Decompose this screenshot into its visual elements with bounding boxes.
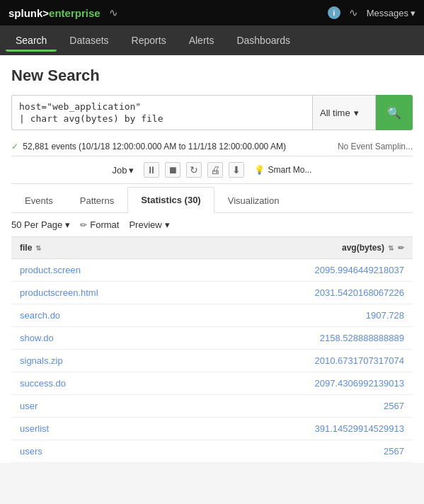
format-label: Format: [90, 219, 119, 230]
table-cell-file[interactable]: search.do: [11, 304, 201, 327]
job-controls: ⏸ ⏹ ↻ 🖨 ⬇: [144, 162, 244, 178]
table-row: userlist391.14529914529913: [11, 418, 413, 440]
table-cell-avg: 2567: [201, 395, 413, 418]
table-cell-file[interactable]: productscreen.html: [11, 282, 201, 304]
top-bar-right: i ∿ Messages ▾: [328, 6, 416, 19]
search-button[interactable]: 🔍: [376, 95, 413, 130]
col-avg-edit[interactable]: ✏: [398, 244, 404, 253]
table-row: product.screen2095.9946449218037: [11, 259, 413, 282]
refresh-button[interactable]: ↻: [186, 162, 202, 178]
table-cell-avg: 1907.728: [201, 304, 413, 327]
activity-icon-2[interactable]: ∿: [349, 6, 358, 19]
search-icon: 🔍: [387, 106, 401, 120]
tab-visualization[interactable]: Visualization: [214, 188, 293, 213]
print-button[interactable]: 🖨: [207, 162, 223, 178]
page-content: New Search host="web_application" | char…: [0, 55, 424, 463]
col-avg-bytes: avg(bytes) ⇅ ✏: [201, 237, 413, 259]
table-cell-avg: 391.14529914529913: [201, 418, 413, 440]
statistics-table: file ⇅ avg(bytes) ⇅ ✏ product.screen2095…: [11, 237, 413, 463]
time-range-caret: ▾: [354, 108, 359, 118]
per-page-button[interactable]: 50 Per Page ▾: [11, 219, 70, 230]
nav-search[interactable]: Search: [6, 29, 57, 52]
preview-button[interactable]: Preview ▾: [129, 219, 169, 230]
nav-reports[interactable]: Reports: [122, 29, 176, 52]
per-page-label: 50 Per Page: [11, 219, 62, 230]
page-title: New Search: [11, 67, 413, 85]
stop-button[interactable]: ⏹: [165, 162, 181, 178]
search-line1[interactable]: host="web_application": [19, 101, 305, 112]
table-row: success.do2097.4306992139013: [11, 372, 413, 395]
secondary-nav: Search Datasets Reports Alerts Dashboard…: [0, 25, 424, 55]
messages-caret: ▾: [411, 8, 416, 18]
nav-alerts[interactable]: Alerts: [179, 29, 224, 52]
table-row: user2567: [11, 395, 413, 418]
search-line2[interactable]: | chart avg(bytes) by file: [19, 113, 305, 124]
events-count-text: 52,881 events (10/1/18 12:00:00.000 AM t…: [23, 142, 286, 151]
preview-caret: ▾: [165, 219, 170, 230]
table-cell-avg: 2567: [201, 440, 413, 463]
nav-datasets[interactable]: Datasets: [59, 29, 118, 52]
table-cell-avg: 2158.528888888889: [201, 327, 413, 350]
pause-button[interactable]: ⏸: [144, 162, 159, 178]
smart-mode[interactable]: 💡 Smart Mo...: [254, 165, 311, 175]
tab-patterns[interactable]: Patterns: [67, 188, 127, 213]
table-row: signals.zip2010.6731707317074: [11, 350, 413, 372]
checkmark-icon: ✓: [11, 142, 18, 151]
table-cell-avg: 2097.4306992139013: [201, 372, 413, 395]
format-button[interactable]: ✏ Format: [80, 219, 119, 230]
per-page-caret: ▾: [65, 219, 70, 230]
table-cell-avg: 2010.6731707317074: [201, 350, 413, 372]
no-sampling-text: No Event Samplin...: [338, 142, 413, 151]
top-bar-left: splunk>enterprise ∿: [8, 6, 118, 19]
events-summary: ✓ 52,881 events (10/1/18 12:00:00.000 AM…: [11, 142, 286, 151]
messages-label: Messages: [367, 8, 408, 18]
job-bar: Job ▾ ⏸ ⏹ ↻ 🖨 ⬇ 💡 Smart Mo...: [11, 156, 413, 184]
table-cell-file[interactable]: user: [11, 395, 201, 418]
table-cell-file[interactable]: signals.zip: [11, 350, 201, 372]
enterprise-text: enterprise: [49, 7, 101, 19]
messages-button[interactable]: Messages ▾: [367, 8, 416, 18]
col-avg-label: avg(bytes): [342, 243, 384, 253]
nav-dashboards[interactable]: Dashboards: [227, 29, 300, 52]
preview-label: Preview: [129, 219, 161, 230]
table-cell-file[interactable]: success.do: [11, 372, 201, 395]
tab-events[interactable]: Events: [11, 188, 67, 213]
table-row: search.do1907.728: [11, 304, 413, 327]
search-input-wrap[interactable]: host="web_application" | chart avg(bytes…: [11, 95, 312, 130]
splunk-logo-text: splunk>: [8, 7, 49, 19]
pencil-icon: ✏: [80, 220, 87, 230]
splunk-logo: splunk>enterprise: [8, 7, 101, 19]
tab-statistics[interactable]: Statistics (30): [127, 187, 214, 213]
time-range-label: All time: [320, 108, 350, 118]
table-cell-avg: 2095.9946449218037: [201, 259, 413, 282]
table-cell-file[interactable]: users: [11, 440, 201, 463]
table-cell-file[interactable]: userlist: [11, 418, 201, 440]
table-row: show.do2158.528888888889: [11, 327, 413, 350]
table-cell-file[interactable]: product.screen: [11, 259, 201, 282]
smart-mode-label: Smart Mo...: [268, 165, 311, 175]
table-row: productscreen.html2031.5420168067226: [11, 282, 413, 304]
download-button[interactable]: ⬇: [229, 162, 244, 178]
toolbar-row: 50 Per Page ▾ ✏ Format Preview ▾: [11, 213, 413, 237]
activity-icon[interactable]: ∿: [109, 6, 118, 19]
col-file-sort[interactable]: ⇅: [35, 244, 41, 252]
tabs-bar: Events Patterns Statistics (30) Visualiz…: [11, 187, 413, 213]
col-avg-sort[interactable]: ⇅: [388, 244, 394, 252]
info-icon[interactable]: i: [328, 6, 340, 19]
job-caret: ▾: [129, 165, 134, 176]
events-bar: ✓ 52,881 events (10/1/18 12:00:00.000 AM…: [11, 137, 413, 156]
top-bar: splunk>enterprise ∿ i ∿ Messages ▾: [0, 0, 424, 25]
table-cell-avg: 2031.5420168067226: [201, 282, 413, 304]
col-file-label: file: [20, 243, 32, 253]
col-file: file ⇅: [11, 237, 201, 259]
job-button[interactable]: Job ▾: [113, 165, 134, 176]
table-cell-file[interactable]: show.do: [11, 327, 201, 350]
job-label: Job: [113, 165, 127, 176]
lightbulb-icon: 💡: [254, 165, 265, 175]
time-range-dropdown[interactable]: All time ▾: [312, 95, 376, 130]
search-bar-row: host="web_application" | chart avg(bytes…: [11, 95, 413, 130]
table-header-row: file ⇅ avg(bytes) ⇅ ✏: [11, 237, 413, 259]
table-row: users2567: [11, 440, 413, 463]
